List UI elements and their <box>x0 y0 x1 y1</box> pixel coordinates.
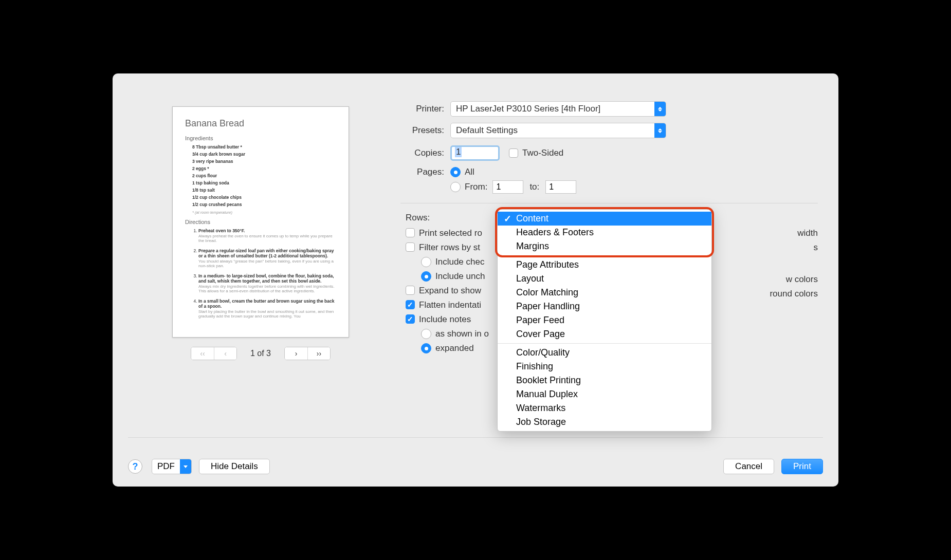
notes-as-shown-radio[interactable] <box>421 329 431 339</box>
two-sided-checkbox[interactable] <box>509 148 518 158</box>
pages-to-label: to: <box>529 182 539 192</box>
pages-from-label: From: <box>465 182 487 192</box>
preview-ingredients-heading: Ingredients <box>185 135 336 141</box>
dropdown-item-content[interactable]: Content <box>498 212 711 226</box>
preview-ingredient: 3 very ripe bananas <box>192 159 336 164</box>
pages-from-radio[interactable] <box>450 182 461 192</box>
pdf-dropdown-button[interactable]: PDF <box>152 459 192 474</box>
preview-ingredient: 2 eggs * <box>192 166 336 171</box>
presets-select[interactable]: Default Settings <box>450 123 666 138</box>
preview-ingredient: 8 Tbsp unsalted butter * <box>192 144 336 150</box>
dropdown-item-paper-handling[interactable]: Paper Handling <box>498 300 711 313</box>
first-page-button: ‹‹ <box>191 347 214 360</box>
flatten-checkbox[interactable] <box>406 300 415 309</box>
preview-footnote: * (at room temperature) <box>192 210 336 215</box>
print-button[interactable]: Print <box>781 459 823 474</box>
notes-expanded-radio[interactable] <box>421 343 431 353</box>
cancel-button[interactable]: Cancel <box>723 459 774 474</box>
preview-directions-heading: Directions <box>185 219 336 225</box>
last-page-button[interactable]: ›› <box>307 347 330 360</box>
print-selected-rows-checkbox[interactable] <box>406 228 415 237</box>
dropdown-item-color-matching[interactable]: Color Matching <box>498 286 711 300</box>
dropdown-item-color-quality[interactable]: Color/Quality <box>498 346 711 360</box>
chevron-down-icon <box>180 459 191 474</box>
next-page-button[interactable]: › <box>285 347 307 360</box>
dropdown-item-job-storage[interactable]: Job Storage <box>498 415 711 429</box>
dropdown-item-booklet-printing[interactable]: Booklet Printing <box>498 374 711 387</box>
dropdown-item-finishing[interactable]: Finishing <box>498 360 711 374</box>
dropdown-item-page-attributes[interactable]: Page Attributes <box>498 258 711 272</box>
dropdown-item-margins[interactable]: Margins <box>498 239 711 253</box>
dropdown-item-cover-page[interactable]: Cover Page <box>498 327 711 341</box>
pages-to-input[interactable] <box>545 180 576 194</box>
pages-from-input[interactable] <box>492 180 523 194</box>
two-sided-label: Two-Sided <box>522 148 563 158</box>
help-button[interactable]: ? <box>128 459 142 474</box>
preview-ingredient: 3/4 cup dark brown sugar <box>192 152 336 157</box>
page-indicator: 1 of 3 <box>250 349 271 358</box>
dropdown-item-layout[interactable]: Layout <box>498 272 711 286</box>
preview-directions-list: Preheat oven to 350°F.Always preheat the… <box>198 228 336 319</box>
preview-ingredient: 1/2 cup chocolate chips <box>192 195 336 200</box>
pages-all-radio[interactable] <box>450 167 461 177</box>
print-dialog: Banana Bread Ingredients 8 Tbsp unsalted… <box>113 73 838 487</box>
preview-ingredient: 1 tsp baking soda <box>192 180 336 185</box>
select-arrows-icon <box>654 102 666 116</box>
preview-page-nav: ‹‹ ‹ 1 of 3 › ›› <box>167 347 354 360</box>
hide-details-button[interactable]: Hide Details <box>199 459 270 474</box>
section-dropdown-menu[interactable]: Content Headers & Footers Margins Page A… <box>497 209 712 432</box>
select-arrows-icon <box>654 123 666 138</box>
printer-select[interactable]: HP LaserJet P3010 Series [4th Floor] <box>450 101 666 117</box>
dropdown-item-manual-duplex[interactable]: Manual Duplex <box>498 387 711 401</box>
preview-ingredient: 2 cups flour <box>192 173 336 178</box>
copies-label: Copies: <box>400 148 444 158</box>
dropdown-item-headers-footers[interactable]: Headers & Footers <box>498 226 711 239</box>
preview-ingredient: 1/8 tsp salt <box>192 188 336 193</box>
prev-page-button: ‹ <box>214 347 236 360</box>
copies-input[interactable]: 1 <box>450 145 500 161</box>
dropdown-item-paper-feed[interactable]: Paper Feed <box>498 313 711 327</box>
preview-doc-title: Banana Bread <box>185 118 336 129</box>
include-unchecked-radio[interactable] <box>421 271 431 282</box>
filter-rows-checkbox[interactable] <box>406 242 415 252</box>
pages-label: Pages: <box>400 167 444 177</box>
presets-label: Presets: <box>400 125 444 136</box>
preview-ingredient: 1/2 cup crushed pecans <box>192 202 336 207</box>
include-notes-checkbox[interactable] <box>406 314 415 324</box>
expand-checkbox[interactable] <box>406 286 415 295</box>
print-preview: Banana Bread Ingredients 8 Tbsp unsalted… <box>172 106 349 338</box>
include-checked-radio[interactable] <box>421 257 431 267</box>
pages-all-label: All <box>465 167 474 177</box>
printer-label: Printer: <box>400 104 444 114</box>
dropdown-item-watermarks[interactable]: Watermarks <box>498 401 711 415</box>
